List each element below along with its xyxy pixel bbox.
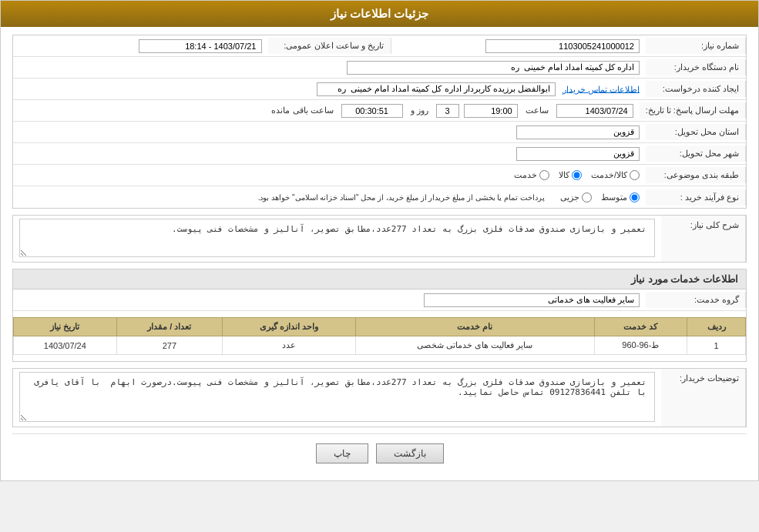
need-number-label: شماره نیاز:	[646, 38, 746, 54]
services-table-section: ردیف کد خدمت نام خدمت واحد اندازه گیری ت…	[13, 317, 746, 355]
need-number-value-cell	[391, 36, 646, 56]
creator-cell: اطلاعات تماس خریدار	[13, 79, 646, 99]
services-section: اطلاعات خدمات مورد نیاز گروه خدمت: ردیف …	[12, 269, 747, 362]
print-button[interactable]: چاپ	[316, 443, 368, 463]
city-cell	[13, 144, 646, 164]
category-label: طبقه بندی موضوعی:	[646, 167, 746, 183]
col-row-num: ردیف	[687, 318, 746, 336]
category-service-text: خدمت	[514, 170, 537, 180]
response-days-input[interactable]	[436, 104, 459, 118]
purchase-partial-radio[interactable]	[582, 192, 592, 202]
need-number-row: شماره نیاز: تاریخ و ساعت اعلان عمومی:	[13, 35, 746, 57]
need-description-label: شرح کلی نیاز:	[661, 216, 746, 262]
services-section-title: اطلاعات خدمات مورد نیاز	[13, 269, 746, 289]
need-description-section: شرح کلی نیاز: تعمیر و بازسازی صندوق صدقا…	[12, 215, 747, 263]
province-row: استان محل تحویل:	[13, 122, 746, 143]
response-time-label: ساعت	[522, 105, 552, 115]
response-deadline-cell: ساعت روز و ساعت باقی مانده	[13, 101, 640, 121]
purchase-type-radio-group: متوسط جزیی	[560, 192, 640, 202]
col-service-code: کد خدمت	[594, 318, 687, 336]
category-goods-label[interactable]: کالا	[559, 170, 582, 180]
need-description-row: شرح کلی نیاز: تعمیر و بازسازی صندوق صدقا…	[13, 216, 746, 262]
purchase-medium-text: متوسط	[601, 192, 627, 202]
service-group-label: گروه خدمت:	[646, 292, 746, 308]
response-remaining-input[interactable]	[341, 104, 403, 118]
purchase-note: پرداخت تمام یا بخشی از مبلغ خریدار از مب…	[258, 193, 545, 202]
response-time-input[interactable]	[464, 104, 518, 118]
purchase-partial-label[interactable]: جزیی	[560, 192, 592, 202]
back-button[interactable]: بازگشت	[376, 443, 444, 463]
purchase-type-label: نوع فرآیند خرید :	[646, 189, 746, 206]
announce-datetime-input[interactable]	[139, 39, 262, 53]
category-goods-text: کالا	[559, 170, 569, 180]
city-row: شهر محل تحویل:	[13, 143, 746, 165]
creator-label: ایجاد کننده درخواست:	[646, 81, 746, 97]
creator-link[interactable]: اطلاعات تماس خریدار	[563, 84, 640, 93]
category-goods-service-radio[interactable]	[630, 170, 640, 180]
buyer-description-cell: تعمیر و بازسازی صندوق صدقات فلزی بزرگ به…	[13, 369, 661, 427]
category-goods-radio[interactable]	[572, 170, 582, 180]
response-deadline-label: مهلت ارسال پاسخ: تا تاریخ:	[640, 102, 746, 119]
buyer-description-textarea[interactable]: تعمیر و بازسازی صندوق صدقات فلزی بزرگ به…	[19, 372, 655, 422]
buyer-org-cell	[13, 58, 646, 78]
purchase-partial-text: جزیی	[560, 192, 579, 202]
province-cell	[13, 122, 646, 142]
service-group-row: گروه خدمت:	[13, 289, 746, 311]
response-remaining-label: ساعت باقی مانده	[268, 105, 336, 115]
need-description-cell: تعمیر و بازسازی صندوق صدقات فلزی بزرگ به…	[13, 216, 661, 262]
response-date-input[interactable]	[556, 104, 633, 118]
page-header: جزئیات اطلاعات نیاز	[1, 1, 758, 27]
buyer-description-label: توضیحات خریدار:	[661, 369, 746, 427]
category-service-radio[interactable]	[539, 170, 549, 180]
city-label: شهر محل تحویل:	[646, 146, 746, 162]
page-title: جزئیات اطلاعات نیاز	[331, 7, 428, 20]
main-form: شماره نیاز: تاریخ و ساعت اعلان عمومی: نا…	[12, 35, 747, 209]
need-number-input[interactable]	[485, 39, 640, 53]
col-date: تاریخ نیاز	[14, 318, 117, 336]
category-radio-group: کالا/خدمت کالا خدمت	[19, 170, 640, 180]
buyer-description-row: توضیحات خریدار: تعمیر و بازسازی صندوق صد…	[13, 369, 746, 427]
purchase-medium-radio[interactable]	[630, 192, 640, 202]
col-quantity: تعداد / مقدار	[116, 318, 222, 336]
cell-quantity: 277	[116, 336, 222, 355]
service-group-cell	[13, 290, 646, 310]
col-service-name: نام خدمت	[355, 318, 594, 336]
buttons-row: بازگشت چاپ	[12, 433, 747, 473]
response-deadline-row: مهلت ارسال پاسخ: تا تاریخ: ساعت روز و سا…	[13, 100, 746, 122]
province-input[interactable]	[516, 125, 640, 139]
cell-service-code: ط-96-960	[594, 336, 687, 355]
buyer-org-label: نام دستگاه خریدار:	[646, 59, 746, 75]
services-table: ردیف کد خدمت نام خدمت واحد اندازه گیری ت…	[13, 317, 746, 355]
response-days-label: روز و	[408, 105, 432, 115]
creator-input[interactable]	[317, 82, 556, 96]
buyer-description-section: توضیحات خریدار: تعمیر و بازسازی صندوق صد…	[12, 368, 747, 427]
province-label: استان محل تحویل:	[646, 124, 746, 140]
cell-service-name: سایر فعالیت های خدماتی شخصی	[355, 336, 594, 355]
category-row: طبقه بندی موضوعی: کالا/خدمت کالا	[13, 165, 746, 186]
category-cell: کالا/خدمت کالا خدمت	[13, 167, 646, 183]
col-unit: واحد اندازه گیری	[223, 318, 356, 336]
purchase-type-row: نوع فرآیند خرید : متوسط جزیی	[13, 186, 746, 208]
buyer-org-row: نام دستگاه خریدار:	[13, 57, 746, 79]
purchase-type-cell: متوسط جزیی پرداخت تمام یا بخشی از مبلغ خ…	[13, 189, 646, 206]
category-goods-service-text: کالا/خدمت	[591, 170, 627, 180]
need-description-textarea[interactable]: تعمیر و بازسازی صندوق صدقات فلزی بزرگ به…	[19, 219, 655, 257]
cell-date: 1403/07/24	[14, 336, 117, 355]
buyer-org-input[interactable]	[347, 61, 640, 75]
announce-datetime-label: تاریخ و ساعت اعلان عمومی:	[268, 38, 391, 54]
category-goods-service-label[interactable]: کالا/خدمت	[591, 170, 640, 180]
service-group-input[interactable]	[424, 293, 640, 307]
category-service-label[interactable]: خدمت	[514, 170, 549, 180]
announce-datetime-cell	[13, 36, 268, 56]
purchase-medium-label[interactable]: متوسط	[601, 192, 640, 202]
cell-row-num: 1	[687, 336, 746, 355]
cell-unit: عدد	[223, 336, 356, 355]
city-input[interactable]	[516, 147, 640, 161]
table-row: 1 ط-96-960 سایر فعالیت های خدماتی شخصی ع…	[14, 336, 746, 355]
creator-row: ایجاد کننده درخواست: اطلاعات تماس خریدار	[13, 79, 746, 100]
